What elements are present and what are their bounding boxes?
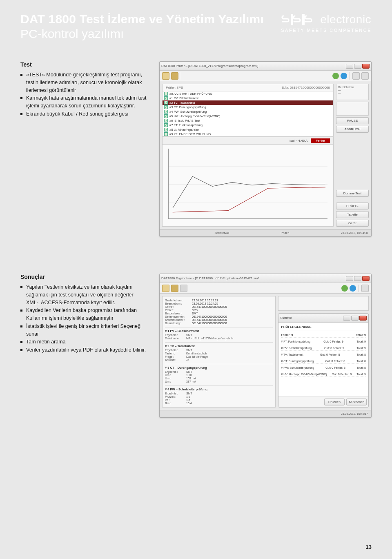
toolbar-icon[interactable]: [171, 285, 178, 292]
side-info-box: Bereichsinfo------: [336, 84, 369, 100]
toolbar-icon[interactable]: [361, 285, 369, 292]
side-info-box: [336, 102, 369, 116]
step-label: #2 TV: Tastaturtest: [169, 101, 195, 105]
check-icon: ✓: [164, 105, 168, 109]
sps-logo-icon: [281, 12, 317, 27]
list-item: Yapılan Testlerin eksiksiz ve tam olarak…: [20, 283, 147, 306]
toolbar-icon[interactable]: [180, 285, 187, 292]
result-value: Isol = 4.45 A: [290, 139, 307, 143]
step-label: #4 PW: Schutzleiterprüfung: [169, 110, 207, 114]
info-icon[interactable]: [350, 285, 356, 292]
status-mid: Prüfen: [281, 232, 290, 234]
statistics-window: Statistik PRÜFERGEBNISSE Feh: [278, 313, 369, 408]
toolbar: [160, 71, 371, 81]
step-label: #8 LI: Ablaufreparatur: [169, 128, 199, 131]
list-item: »TEST« Modülünde gerçekleştirilmiş test …: [20, 71, 147, 94]
results-detail-panel: Gestartet um :23.05.2013 10:22:21 Beende…: [162, 296, 276, 408]
list-item: Tam metin arama: [20, 338, 147, 346]
window-title: DAT1800 Prüfen - [D:DAT1800_v117\Program…: [161, 64, 258, 68]
check-icon: ✓: [164, 96, 168, 100]
edit-icon[interactable]: [332, 73, 339, 79]
section2-list: Yapılan Testlerin eksiksiz ve tam olarak…: [20, 283, 147, 354]
status-timestamp: 23.05.2013, 10:04:38: [341, 232, 368, 234]
maximize-button[interactable]: [354, 276, 361, 281]
step-label: #7 FT: Funktionsprüfung: [169, 123, 203, 127]
logo-text: electronic: [320, 13, 371, 26]
window-title: DAT1800 Ergebnisse - [D:DAT1800_v117\Erg…: [161, 276, 259, 280]
cancel-button[interactable]: Abbrechen: [346, 399, 367, 405]
section-results: Sonuçlar Yapılan Testlerin eksiksiz ve t…: [20, 274, 372, 418]
step-label: #6 IS: Isol.-Prf./IS-Test: [169, 119, 200, 122]
close-button[interactable]: [362, 64, 370, 69]
minimize-button[interactable]: [343, 316, 350, 321]
dummy-test-button[interactable]: Dummy Test: [336, 190, 369, 197]
step-label: #5 HV: Hochspg.PV./HV-Test(AC/DC): [169, 114, 220, 118]
test-step-list: #0 AA: START DER PRÜFUNG ✓#1 PV: Bildsch…: [163, 91, 333, 137]
section2-heading: Sonuçlar: [20, 274, 147, 280]
statistics-heading: PRÜFERGEBNISSE: [281, 325, 366, 330]
minimize-button[interactable]: [346, 64, 353, 69]
logo-block: electronic SAFETY MEETS COMPETENCE: [281, 12, 372, 33]
main-title: DAT 1800 Test İzleme ve Yönetim Yazılımı: [20, 12, 264, 26]
svg-rect-1: [302, 14, 305, 25]
header-right: S.Nr. 0815471000000000000000: [282, 86, 330, 89]
inner-title: Statistik: [280, 316, 292, 320]
check-icon: ✓: [164, 119, 168, 122]
status-mid: Zeitintervall: [214, 232, 229, 234]
section1-list: »TEST« Modülünde gerçekleştirilmiş test …: [20, 71, 147, 118]
edit-icon[interactable]: [341, 285, 348, 292]
logo-tagline: SAFETY MEETS COMPETENCE: [281, 28, 372, 33]
close-button[interactable]: [359, 316, 367, 321]
pruefg-button[interactable]: PRÜFG.: [336, 203, 369, 209]
abort-button[interactable]: ABBRUCH: [336, 126, 369, 133]
step-label: #9 ZZ: ENDE DER PRÜFUNG: [169, 132, 211, 136]
sub-title: PC-kontrol yazılımı: [20, 27, 264, 41]
list-item: İstatistik işlevi ile geniş bir seçim kr…: [20, 323, 147, 338]
toolbar-icon[interactable]: [162, 72, 169, 80]
step-label: #0 AA: START DER PRÜFUNG: [169, 92, 212, 96]
section-test: Test »TEST« Modülünde gerçekleştirilmiş …: [20, 61, 372, 237]
check-icon: ✓: [164, 101, 168, 105]
check-icon: [164, 132, 168, 136]
list-item: Veriler yazdırılabilir veya PDF olarak k…: [20, 346, 147, 354]
header-left: Prüfer: SPS: [166, 86, 183, 89]
print-button[interactable]: Drucken: [324, 399, 345, 405]
toolbar-icon[interactable]: [361, 72, 369, 80]
screenshot-test-window: DAT1800 Prüfen - [D:DAT1800_v117\Program…: [159, 61, 372, 237]
page-header: DAT 1800 Test İzleme ve Yönetim Yazılımı…: [20, 12, 372, 41]
meta-table: Gestartet um :23.05.2013 10:22:21 Beende…: [165, 299, 273, 325]
maximize-button[interactable]: [351, 316, 359, 321]
chart-area: [163, 145, 333, 226]
toolbar: [160, 283, 371, 294]
page-number: 13: [366, 544, 372, 550]
check-icon: ✓: [164, 110, 168, 114]
check-icon: ✓: [164, 114, 168, 118]
step-label: #3 CT: Durchgangsprüfung: [169, 105, 206, 109]
check-icon: ✓: [164, 123, 168, 127]
list-item: Ekranda büyük Kabul / Red sonuç gösterge…: [20, 110, 147, 118]
check-icon: [164, 92, 168, 96]
info-icon[interactable]: [341, 73, 347, 79]
section1-heading: Test: [20, 61, 147, 68]
status-timestamp: 23.05.2013, 10:44:17: [341, 412, 368, 415]
svg-rect-0: [291, 14, 293, 25]
result-status: Fehler: [311, 138, 330, 143]
close-button[interactable]: [362, 276, 370, 281]
toolbar-icon[interactable]: [171, 72, 178, 80]
pause-button[interactable]: PAUSE: [336, 117, 369, 124]
toolbar-icon[interactable]: [162, 285, 169, 292]
side-box: [278, 296, 369, 311]
toolbar-icon[interactable]: [352, 72, 360, 80]
title-block: DAT 1800 Test İzleme ve Yönetim Yazılımı…: [20, 12, 264, 41]
list-item: Karmaşık hata araştırmalarında manuel te…: [20, 94, 147, 110]
step-label: #1 PV: Bildschirmtest: [169, 96, 198, 100]
geraet-button[interactable]: Gerät: [336, 220, 369, 227]
screenshot-results-window: DAT1800 Ergebnisse - [D:DAT1800_v117\Erg…: [159, 274, 372, 418]
tabelle-button[interactable]: Tabelle: [336, 211, 369, 218]
check-icon: ✓: [164, 128, 168, 131]
minimize-button[interactable]: [346, 276, 353, 281]
list-item: Kaydedilen Verilerin başka programlar ta…: [20, 307, 147, 322]
maximize-button[interactable]: [354, 64, 361, 69]
